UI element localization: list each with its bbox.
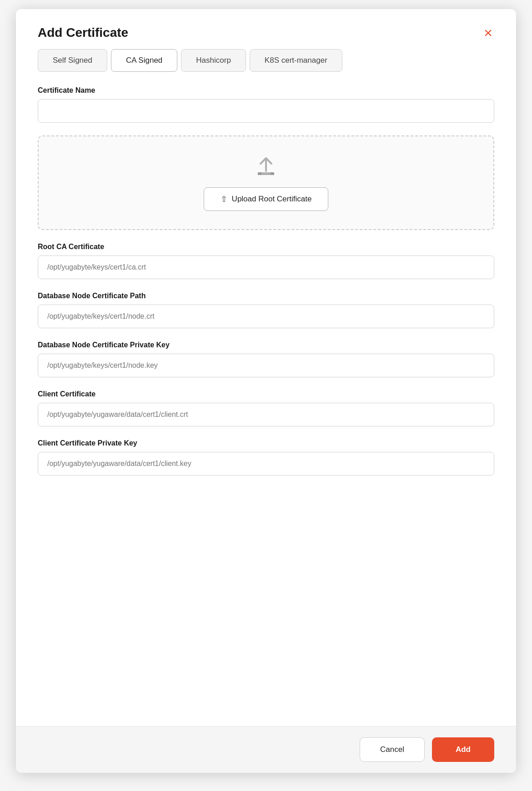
certificate-name-field-group: Certificate Name bbox=[38, 86, 494, 123]
upload-zone[interactable]: ⇧ Upload Root Certificate bbox=[38, 135, 494, 230]
tabs-row: Self Signed CA Signed Hashicorp K8S cert… bbox=[16, 49, 516, 72]
client-cert-key-label: Client Certificate Private Key bbox=[38, 439, 494, 447]
close-button[interactable]: × bbox=[482, 25, 494, 40]
modal-footer: Cancel Add bbox=[16, 726, 516, 773]
client-cert-key-input[interactable] bbox=[38, 452, 494, 476]
db-node-cert-key-input[interactable] bbox=[38, 354, 494, 377]
upload-root-certificate-button[interactable]: ⇧ Upload Root Certificate bbox=[204, 187, 329, 211]
svg-rect-1 bbox=[258, 172, 261, 175]
upload-btn-icon: ⇧ bbox=[221, 194, 227, 204]
modal-title: Add Certificate bbox=[38, 25, 128, 40]
db-node-cert-path-field-group: Database Node Certificate Path bbox=[38, 292, 494, 328]
modal-header: Add Certificate × bbox=[16, 9, 516, 49]
tab-hashicorp[interactable]: Hashicorp bbox=[181, 49, 246, 72]
root-ca-label: Root CA Certificate bbox=[38, 243, 494, 251]
upload-icon bbox=[254, 155, 278, 178]
client-cert-field-group: Client Certificate bbox=[38, 390, 494, 426]
add-button[interactable]: Add bbox=[432, 737, 494, 762]
db-node-cert-path-input[interactable] bbox=[38, 305, 494, 328]
add-certificate-modal: Add Certificate × Self Signed CA Signed … bbox=[16, 9, 516, 773]
modal-body: Certificate Name ⇧ Upload Root Certifica… bbox=[16, 86, 516, 726]
db-node-cert-key-field-group: Database Node Certificate Private Key bbox=[38, 341, 494, 377]
root-ca-input[interactable] bbox=[38, 255, 494, 279]
client-cert-input[interactable] bbox=[38, 403, 494, 426]
client-cert-label: Client Certificate bbox=[38, 390, 494, 398]
upload-btn-label: Upload Root Certificate bbox=[232, 195, 312, 204]
cancel-button[interactable]: Cancel bbox=[360, 737, 425, 762]
certificate-name-label: Certificate Name bbox=[38, 86, 494, 95]
certificate-name-input[interactable] bbox=[38, 99, 494, 123]
tab-self-signed[interactable]: Self Signed bbox=[38, 49, 107, 72]
tab-ca-signed[interactable]: CA Signed bbox=[111, 49, 177, 72]
svg-rect-2 bbox=[271, 172, 274, 175]
db-node-cert-key-label: Database Node Certificate Private Key bbox=[38, 341, 494, 349]
root-ca-field-group: Root CA Certificate bbox=[38, 243, 494, 279]
client-cert-key-field-group: Client Certificate Private Key bbox=[38, 439, 494, 476]
db-node-cert-path-label: Database Node Certificate Path bbox=[38, 292, 494, 300]
tab-k8s-cert-manager[interactable]: K8S cert-manager bbox=[250, 49, 342, 72]
